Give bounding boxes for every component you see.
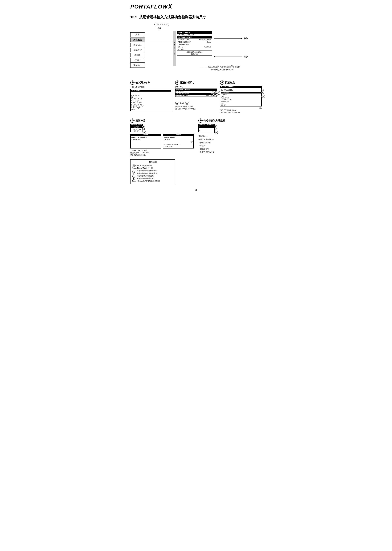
page-number: 21: [130, 189, 262, 191]
step8-sensor-wrapper: SENSOR MOUNTING V Z ▲ ▼ ENT: [198, 124, 215, 132]
sensor-v: V: [199, 126, 214, 128]
step1-title: ① 输入测点名称: [130, 80, 172, 85]
step2-wrapper: PIPE PARAMETER SITE NAMESFG 1 OUTER DIAM…: [175, 88, 217, 97]
legend-desc-left: : 光标向左移动(刻度变更): [136, 175, 154, 177]
legend-esc: ESC : ESCAPE键(设定中止): [132, 167, 173, 169]
screen-row-totalize: TOTALIZE: [177, 48, 212, 51]
legend-box: 符号说明 ENT : ENTRY键(数据登录) ESC : ESCAPE键(设定…: [130, 160, 175, 184]
step2-input-label: 输入后: [180, 102, 184, 104]
arrow-down-btn[interactable]: ▼: [216, 91, 219, 93]
step2-screen-title: PIPE PARAMETER: [175, 89, 217, 91]
fluid-arrow-up[interactable]: ▲: [142, 125, 145, 128]
key-close[interactable]: Close: [131, 109, 171, 110]
right-ent: ENT: [214, 37, 248, 40]
logo-x: X: [168, 3, 172, 10]
other-header: OTHER: [163, 134, 193, 136]
step2-row-outer: OUTER DIAMETER100mm: [175, 93, 217, 95]
legend-right: ► : 光标向右移动(刻度变更): [132, 177, 173, 180]
pipe-other: OTHER: [221, 104, 261, 106]
sensor-spacing-label: -- SENSOR SPACING --: [178, 51, 211, 53]
legend-desc-down: : 光标向下移动(设定数值减小): [136, 172, 157, 174]
step3-circle: ③: [220, 80, 224, 85]
step3-wrapper: PIPING MATERIAL CARBON STEEL STAINLESS S…: [220, 86, 262, 107]
other-kin-val: 1.162E-6 m²/s: [163, 146, 193, 148]
step3-note1: 表1: [220, 107, 262, 109]
step3-arrow-up[interactable]: ▲: [261, 89, 264, 91]
bottom-sections: ⑦ 流体种类 KIND OF FLUID WATER SEA WATER OTH…: [130, 118, 262, 184]
pipe-stainless: STAINLESS STEEL: [221, 90, 261, 92]
step8-arrows: ▲ ▼ ENT: [214, 125, 218, 134]
main-screen: SITE SETUP PARAMETER MEMORY PIPE PARAMET…: [177, 31, 212, 56]
arrow-right-btn[interactable]: ►: [216, 94, 219, 96]
step7-fluid-box: KIND OF FLUID WATER SEA WATER OTHER: [130, 124, 143, 132]
step2-row-material: PIPING MATERIALCARBON STEEL: [175, 95, 217, 96]
pipe-ductile: DUCTILE IRON: [221, 99, 261, 101]
fluid-other: OTHER: [131, 130, 142, 132]
section-title: 13.5 从配管规格输入方法至确定检测器安装尺寸: [130, 15, 262, 20]
menu-sys-confirm[interactable]: 系统确认: [130, 63, 145, 68]
menu-measure[interactable]: 测量: [130, 32, 145, 37]
step2-label: 配管外径尺寸: [180, 81, 195, 84]
legend-desc-up: : 光标向上移动(设定数值增大): [136, 170, 157, 172]
step1-block: ① 输入测点名称 不输入也可以测量 SITE NAME [ ] ! " # $ …: [130, 80, 172, 114]
menu-printer[interactable]: 打印机: [130, 58, 145, 63]
menu-data-log[interactable]: 数据记录: [130, 43, 145, 47]
menu-analog[interactable]: 模拟量: [130, 53, 145, 58]
fluid-arrow-down[interactable]: ▼: [142, 128, 145, 130]
note-complete-text1: 完成右侧的①～⑩步后,请按: [208, 65, 230, 68]
screen-row-response: RESPONSE SET0 sec: [177, 41, 212, 43]
other-box: OTHER SOUND VELOCITY 1159 m/s 表2 KINEMAT…: [163, 134, 194, 148]
sensor-arrow-up[interactable]: ▲: [214, 125, 217, 128]
screen-title: SITE SETUP: [177, 31, 212, 34]
step7-circle: ⑦: [130, 118, 134, 123]
step2-circle: ②: [175, 80, 179, 85]
note-end: 键返回: [235, 65, 240, 68]
arrow-line: [150, 42, 174, 42]
sensor-box: SENSOR MOUNTING V Z: [198, 124, 215, 132]
legend-desc-right: : 光标向右移动(刻度变更): [136, 177, 154, 180]
left-menu: 测量 测点设定 数据记录 系统设定 模拟量 打印机 系统确认: [130, 32, 145, 68]
right-esc: ESC: [214, 55, 248, 58]
step3-label: 配管材质: [225, 81, 235, 84]
logo-main: PORTAFLOW: [130, 4, 168, 10]
sensor-arrow-down[interactable]: ▼: [214, 128, 217, 130]
arrow-up-btn[interactable]: ▲: [213, 91, 216, 93]
legend-desc-ent: : ENTRY键(数据登录): [136, 165, 152, 167]
step8-note1: 在以下情况使用Z法。: [198, 138, 262, 141]
step2-ent-row: ENT 输入后 ENT: [175, 102, 217, 105]
step8-note2: ・安装空间不够: [198, 141, 262, 144]
step7-title: ⑦ 流体种类: [130, 118, 194, 123]
water-box: WATER KINEMATIC VISCOSITY 1.004E-6 m²/s: [130, 134, 161, 148]
legend-key-up: ▲: [132, 170, 135, 172]
legend-desc-esc: : ESCAPE键(设定中止): [136, 167, 153, 169]
legend-key-print: PRINT: [132, 180, 136, 182]
note-complete: - - - - - - - - 完成右侧的①～⑩步后,请按 ESC 键返回: [199, 65, 240, 68]
menu-sys-setup[interactable]: 系统设定: [130, 48, 145, 52]
key-row-6: H I J K L M N O: [131, 103, 171, 105]
fluid-sea-water: SEA WATER: [131, 128, 142, 130]
step2-ent-after: ENT: [185, 102, 189, 105]
arrow-left-btn[interactable]: ◄: [213, 94, 216, 96]
legend-down: ▼ : 光标向下移动(设定数值减小): [132, 172, 173, 174]
screen-row-param-mem: PARAMETER MEMORY: [177, 34, 212, 36]
ent-top: ENT: [158, 27, 161, 30]
step7-note2: (设定范围: 500～2500m/s): [130, 152, 194, 154]
fluid-ent: ENT: [142, 131, 146, 134]
legend-ent: ENT : ENTRY键(数据登录): [132, 165, 173, 167]
esc-inline: ESC: [230, 65, 234, 68]
step1-note: 不输入也可以测量: [130, 86, 172, 88]
step3-arrow-down[interactable]: ▼: [261, 92, 264, 94]
section-number: 13.5: [130, 15, 137, 19]
step2-title: ② 配管外径尺寸: [175, 80, 217, 85]
legend-up: ▲ : 光标向上移动(设定数值增大): [132, 170, 173, 172]
screen-row-zero: ZERO ADJUSTMANUAL ZERO: [177, 38, 212, 41]
menu-site-setup[interactable]: 测点设定: [130, 37, 145, 42]
bottom-left: ⑦ 流体种类 KIND OF FLUID WATER SEA WATER OTH…: [130, 118, 194, 184]
legend-key-left: ◄: [132, 175, 135, 177]
key-row-7: P Q R S T U V W: [131, 105, 171, 107]
legend-key-right: ►: [132, 177, 135, 180]
key-row-4: 8 9 : ( u ) ?: [131, 100, 171, 102]
step3-screen-title: PIPING MATERIAL: [220, 86, 261, 88]
legend-desc-print: : 显示画面的打印输出(屏幕复制): [137, 180, 160, 182]
step2-note2: 注）外形尺寸按实际尺寸输入: [175, 108, 217, 110]
